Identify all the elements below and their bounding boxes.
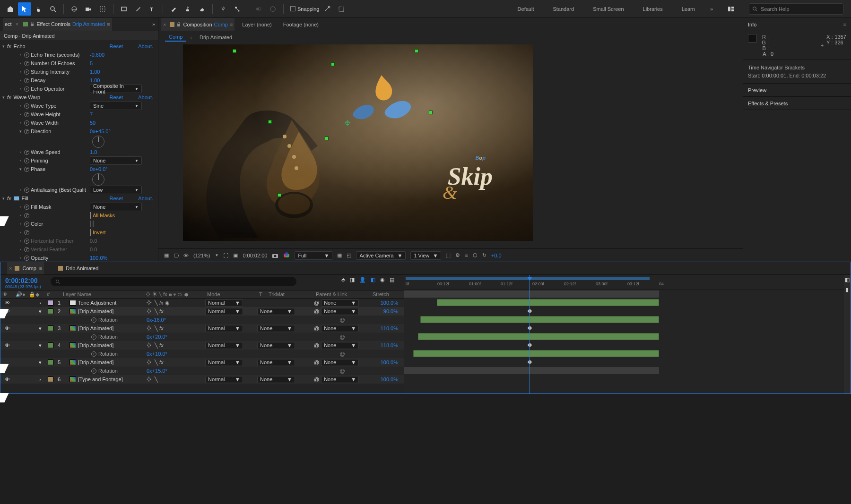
stopwatch-icon[interactable] xyxy=(24,69,29,75)
workspace-standard[interactable]: Standard xyxy=(549,6,578,12)
layer-bar[interactable] xyxy=(404,290,659,298)
twirl-icon[interactable]: › xyxy=(35,300,46,306)
stopwatch-icon[interactable] xyxy=(24,129,29,134)
eye-icon[interactable]: 👁 xyxy=(0,376,14,382)
effect-param[interactable]: ›Opacity100.0% xyxy=(0,254,158,262)
reset-expose-icon[interactable]: ↻ xyxy=(482,252,486,258)
zoom-value[interactable]: (121%) xyxy=(193,253,210,258)
home-icon[interactable] xyxy=(4,2,17,16)
mode-dropdown[interactable]: Normal▼ xyxy=(205,376,243,383)
effect-header-fill[interactable]: ▾fxFillResetAbout. xyxy=(0,194,158,203)
workspace-smallscreen[interactable]: Small Screen xyxy=(589,6,627,12)
pickwhip-icon[interactable]: @ xyxy=(314,376,319,382)
mode-dropdown[interactable]: Normal▼ xyxy=(205,325,243,332)
stopwatch-icon[interactable] xyxy=(91,317,96,323)
chann-icon[interactable]: 👁 xyxy=(183,253,189,258)
brush-tool-icon[interactable] xyxy=(167,2,180,16)
twirl-icon[interactable]: › xyxy=(35,376,46,382)
layer-bar[interactable] xyxy=(437,299,659,306)
current-timecode[interactable]: 0:00:02:00 xyxy=(5,277,41,284)
direction-dial[interactable] xyxy=(92,173,104,186)
selection-tool-icon[interactable] xyxy=(18,2,31,16)
eye-icon[interactable]: 👁 xyxy=(0,300,14,306)
effect-param[interactable]: ›Antialiasing (Best QualitLow▼ xyxy=(0,186,158,194)
footage-tab[interactable]: Footage (none) xyxy=(279,22,322,27)
mag-ratio-icon[interactable]: ▦ xyxy=(164,252,169,258)
pickwhip-icon[interactable]: @ xyxy=(314,325,319,331)
layer-tab[interactable]: Layer (none) xyxy=(238,22,275,27)
marker-add-icon[interactable]: ◧ xyxy=(845,277,850,283)
workspace-learn[interactable]: Learn xyxy=(678,6,699,12)
stopwatch-icon[interactable] xyxy=(24,86,29,92)
layer-row[interactable]: 👁 ▾ 3 [Drip Animated] ⯎╲fx Normal▼ None▼… xyxy=(0,324,404,333)
effect-header-echo[interactable]: ▾fxEchoResetAbout. xyxy=(0,42,158,51)
stopwatch-icon[interactable] xyxy=(24,239,29,244)
trkmat-dropdown[interactable]: None▼ xyxy=(257,325,295,332)
timeline-tab-comp[interactable]: ×Comp≡ xyxy=(7,262,44,274)
mode-dropdown[interactable]: Normal▼ xyxy=(205,359,243,366)
stopwatch-icon[interactable] xyxy=(24,103,29,109)
stretch-value[interactable]: 100.0% xyxy=(371,376,404,382)
trkmat-dropdown[interactable]: None▼ xyxy=(257,308,295,315)
toggle-full-icon[interactable]: ⛶ xyxy=(223,253,228,258)
stopwatch-icon[interactable] xyxy=(24,78,29,83)
effects-presets-panel-header[interactable]: Effects & Presets xyxy=(743,97,851,110)
pickwhip-icon[interactable]: @ xyxy=(314,308,319,314)
effect-param[interactable]: ▾Phase0x+0.0° xyxy=(0,165,158,173)
layer-color-swatch[interactable] xyxy=(48,308,53,314)
twirl-icon[interactable]: ▾ xyxy=(35,359,46,366)
snapshot-icon[interactable] xyxy=(272,253,278,258)
trkmat-dropdown[interactable]: None▼ xyxy=(257,376,295,383)
stretch-value[interactable]: 100.0% xyxy=(371,359,404,365)
effect-param[interactable]: ›Wave TypeSine▼ xyxy=(0,102,158,110)
trkmat-dropdown[interactable]: None▼ xyxy=(257,359,295,366)
stopwatch-icon[interactable] xyxy=(24,205,29,210)
zoom-tool-icon[interactable] xyxy=(46,2,60,16)
effect-param[interactable]: ›PinningNone▼ xyxy=(0,156,158,165)
stopwatch-icon[interactable] xyxy=(24,230,29,235)
timeline-tab-drip[interactable]: Drip Animated xyxy=(58,265,98,271)
puppet-tool-icon[interactable] xyxy=(231,2,244,16)
orbit-tool-icon[interactable] xyxy=(68,2,81,16)
layer-bar[interactable] xyxy=(413,350,659,357)
composition-viewport[interactable]: Bop Skip & xyxy=(183,44,533,241)
direction-dial[interactable] xyxy=(92,136,104,148)
rectangle-tool-icon[interactable] xyxy=(117,2,130,16)
stopwatch-icon[interactable] xyxy=(24,222,29,227)
mode-dropdown[interactable]: Normal▼ xyxy=(205,342,243,349)
reset-link[interactable]: Reset xyxy=(109,196,123,201)
layer-color-swatch[interactable] xyxy=(48,359,53,365)
pan-behind-tool-icon[interactable] xyxy=(96,2,109,16)
stopwatch-icon[interactable] xyxy=(24,167,29,172)
layer-color-swatch[interactable] xyxy=(48,300,53,306)
trkmat-dropdown[interactable]: None▼ xyxy=(257,342,295,349)
colorspace-icon[interactable] xyxy=(283,252,290,259)
effect-param[interactable]: ›Starting Intensity1.00 xyxy=(0,68,158,76)
effect-param[interactable]: ▾Direction0x+45.0° xyxy=(0,127,158,136)
preview-panel-header[interactable]: Preview xyxy=(743,84,851,97)
views-dropdown[interactable]: 1 View▼ xyxy=(410,251,441,260)
parent-dropdown[interactable]: None▼ xyxy=(321,376,359,383)
stretch-value[interactable]: 110.0% xyxy=(371,325,404,331)
eraser-tool-icon[interactable] xyxy=(195,2,208,16)
twirl-icon[interactable]: ▾ xyxy=(35,342,46,349)
effect-param[interactable]: ›Fill MaskNone▼ xyxy=(0,203,158,211)
eye-icon[interactable]: 👁 xyxy=(0,325,14,331)
breadcrumb-comp[interactable]: Comp xyxy=(165,33,186,42)
parent-dropdown[interactable]: None▼ xyxy=(321,308,359,315)
playhead[interactable] xyxy=(530,275,530,393)
effect-param[interactable]: ›All Masks xyxy=(0,211,158,220)
camera-dropdown[interactable]: Active Camera▼ xyxy=(356,251,406,260)
effect-param[interactable]: ›Echo OperatorComposite In Front▼ xyxy=(0,85,158,93)
effect-param[interactable]: ›Wave Speed1.0 xyxy=(0,148,158,156)
stopwatch-icon[interactable] xyxy=(24,61,29,66)
shy-icon[interactable]: 👤 xyxy=(359,277,366,283)
stopwatch-icon[interactable] xyxy=(24,213,29,218)
effect-param[interactable]: ›Echo Time (seconds)-0.600 xyxy=(0,51,158,59)
layer-row[interactable]: ▾ 5 [Drip Animated] ⯎╲fx Normal▼ None▼ @… xyxy=(0,358,404,367)
timeline-icon[interactable]: ≡ xyxy=(465,253,468,258)
layer-row[interactable]: 👁 › 1 Tone Adjustment ⯎╲fx◉ Normal▼ @Non… xyxy=(0,299,404,307)
pickwhip-icon[interactable]: @ xyxy=(314,342,319,348)
layer-property-row[interactable]: Rotation 0x+10.0° @ xyxy=(0,350,404,358)
twirl-icon[interactable]: ▾ xyxy=(35,325,46,332)
